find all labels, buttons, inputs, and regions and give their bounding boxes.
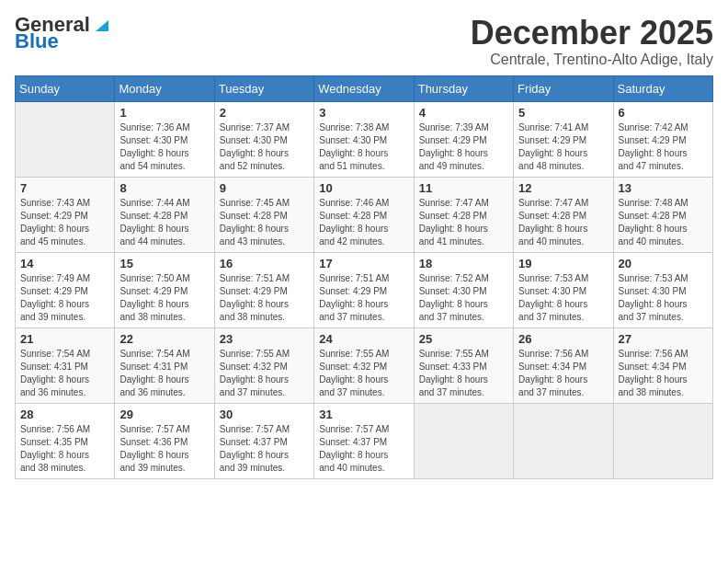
title-area: December 2025 Centrale, Trentino-Alto Ad… [471,15,713,68]
calendar-week-row: 1Sunrise: 7:36 AM Sunset: 4:30 PM Daylig… [16,101,713,177]
calendar-week-row: 21Sunrise: 7:54 AM Sunset: 4:31 PM Dayli… [16,327,713,403]
day-info: Sunrise: 7:37 AM Sunset: 4:30 PM Dayligh… [220,121,309,173]
day-number: 20 [619,257,708,270]
calendar-cell: 24Sunrise: 7:55 AM Sunset: 4:32 PM Dayli… [314,327,414,403]
day-number: 4 [419,106,508,120]
calendar-cell: 6Sunrise: 7:42 AM Sunset: 4:29 PM Daylig… [613,101,712,177]
day-info: Sunrise: 7:55 AM Sunset: 4:32 PM Dayligh… [319,348,408,399]
day-info: Sunrise: 7:57 AM Sunset: 4:36 PM Dayligh… [119,423,209,475]
calendar-cell: 17Sunrise: 7:51 AM Sunset: 4:29 PM Dayli… [314,252,414,327]
calendar-cell [16,101,115,177]
day-number: 12 [518,181,608,195]
day-number: 29 [119,408,209,421]
day-number: 30 [220,408,309,421]
day-info: Sunrise: 7:57 AM Sunset: 4:37 PM Dayligh… [319,423,408,475]
day-info: Sunrise: 7:54 AM Sunset: 4:31 PM Dayligh… [20,348,109,399]
calendar-cell: 10Sunrise: 7:46 AM Sunset: 4:28 PM Dayli… [314,177,414,252]
calendar-cell: 27Sunrise: 7:56 AM Sunset: 4:34 PM Dayli… [613,327,712,403]
day-info: Sunrise: 7:39 AM Sunset: 4:29 PM Dayligh… [419,121,508,173]
day-number: 14 [20,257,109,270]
day-number: 17 [319,257,408,270]
weekday-header-row: SundayMondayTuesdayWednesdayThursdayFrid… [16,75,713,101]
calendar-cell: 7Sunrise: 7:43 AM Sunset: 4:29 PM Daylig… [16,177,115,252]
day-number: 26 [518,332,608,346]
day-info: Sunrise: 7:54 AM Sunset: 4:31 PM Dayligh… [119,348,209,399]
weekday-header-wednesday: Wednesday [314,75,414,101]
day-info: Sunrise: 7:53 AM Sunset: 4:30 PM Dayligh… [619,272,708,324]
day-number: 7 [20,181,109,195]
day-info: Sunrise: 7:56 AM Sunset: 4:35 PM Dayligh… [20,423,109,475]
day-info: Sunrise: 7:44 AM Sunset: 4:28 PM Dayligh… [119,197,209,248]
calendar-week-row: 7Sunrise: 7:43 AM Sunset: 4:29 PM Daylig… [16,177,713,252]
calendar-cell: 3Sunrise: 7:38 AM Sunset: 4:30 PM Daylig… [314,101,414,177]
calendar-cell: 12Sunrise: 7:47 AM Sunset: 4:28 PM Dayli… [514,177,613,252]
calendar-cell: 2Sunrise: 7:37 AM Sunset: 4:30 PM Daylig… [214,101,313,177]
calendar-cell: 21Sunrise: 7:54 AM Sunset: 4:31 PM Dayli… [16,327,115,403]
day-info: Sunrise: 7:56 AM Sunset: 4:34 PM Dayligh… [619,348,708,399]
header: General Blue December 2025 Centrale, Tre… [15,15,713,68]
day-number: 15 [119,257,209,270]
calendar-cell: 30Sunrise: 7:57 AM Sunset: 4:37 PM Dayli… [214,403,313,478]
day-info: Sunrise: 7:50 AM Sunset: 4:29 PM Dayligh… [119,272,209,324]
day-number: 11 [419,181,508,195]
calendar-cell: 13Sunrise: 7:48 AM Sunset: 4:28 PM Dayli… [613,177,712,252]
calendar-week-row: 14Sunrise: 7:49 AM Sunset: 4:29 PM Dayli… [16,252,713,327]
day-info: Sunrise: 7:47 AM Sunset: 4:28 PM Dayligh… [518,197,608,248]
weekday-header-saturday: Saturday [613,75,712,101]
day-number: 13 [619,181,708,195]
day-info: Sunrise: 7:38 AM Sunset: 4:30 PM Dayligh… [319,121,408,173]
calendar-cell: 9Sunrise: 7:45 AM Sunset: 4:28 PM Daylig… [214,177,313,252]
day-number: 25 [419,332,508,346]
day-info: Sunrise: 7:36 AM Sunset: 4:30 PM Dayligh… [119,121,209,173]
svg-marker-0 [96,20,108,31]
logo-triangle-icon [92,17,108,33]
calendar-cell: 4Sunrise: 7:39 AM Sunset: 4:29 PM Daylig… [414,101,513,177]
calendar-cell: 22Sunrise: 7:54 AM Sunset: 4:31 PM Dayli… [115,327,214,403]
day-number: 27 [619,332,708,346]
day-info: Sunrise: 7:55 AM Sunset: 4:33 PM Dayligh… [419,348,508,399]
day-number: 31 [319,408,408,421]
calendar-cell [414,403,513,478]
weekday-header-monday: Monday [115,75,214,101]
day-number: 1 [119,106,209,120]
day-number: 5 [518,106,608,120]
calendar-week-row: 28Sunrise: 7:56 AM Sunset: 4:35 PM Dayli… [16,403,713,478]
day-info: Sunrise: 7:45 AM Sunset: 4:28 PM Dayligh… [220,197,309,248]
calendar-cell: 20Sunrise: 7:53 AM Sunset: 4:30 PM Dayli… [613,252,712,327]
calendar-cell: 16Sunrise: 7:51 AM Sunset: 4:29 PM Dayli… [214,252,313,327]
weekday-header-sunday: Sunday [16,75,115,101]
day-number: 10 [319,181,408,195]
day-info: Sunrise: 7:51 AM Sunset: 4:29 PM Dayligh… [220,272,309,324]
calendar-cell: 25Sunrise: 7:55 AM Sunset: 4:33 PM Dayli… [414,327,513,403]
calendar-cell: 29Sunrise: 7:57 AM Sunset: 4:36 PM Dayli… [115,403,214,478]
calendar-cell: 23Sunrise: 7:55 AM Sunset: 4:32 PM Dayli… [214,327,313,403]
weekday-header-tuesday: Tuesday [214,75,313,101]
calendar-cell: 31Sunrise: 7:57 AM Sunset: 4:37 PM Dayli… [314,403,414,478]
day-info: Sunrise: 7:48 AM Sunset: 4:28 PM Dayligh… [619,197,708,248]
day-number: 3 [319,106,408,120]
calendar-cell: 26Sunrise: 7:56 AM Sunset: 4:34 PM Dayli… [514,327,613,403]
day-info: Sunrise: 7:43 AM Sunset: 4:29 PM Dayligh… [20,197,109,248]
day-info: Sunrise: 7:56 AM Sunset: 4:34 PM Dayligh… [518,348,608,399]
day-number: 24 [319,332,408,346]
day-info: Sunrise: 7:41 AM Sunset: 4:29 PM Dayligh… [518,121,608,173]
day-number: 16 [220,257,309,270]
calendar-table: SundayMondayTuesdayWednesdayThursdayFrid… [15,75,713,479]
day-info: Sunrise: 7:47 AM Sunset: 4:28 PM Dayligh… [419,197,508,248]
calendar-cell [613,403,712,478]
calendar-cell: 18Sunrise: 7:52 AM Sunset: 4:30 PM Dayli… [414,252,513,327]
day-number: 19 [518,257,608,270]
day-info: Sunrise: 7:55 AM Sunset: 4:32 PM Dayligh… [220,348,309,399]
day-info: Sunrise: 7:52 AM Sunset: 4:30 PM Dayligh… [419,272,508,324]
calendar-cell: 1Sunrise: 7:36 AM Sunset: 4:30 PM Daylig… [115,101,214,177]
day-number: 18 [419,257,508,270]
logo-text-line2: Blue [15,31,59,52]
calendar-cell: 8Sunrise: 7:44 AM Sunset: 4:28 PM Daylig… [115,177,214,252]
calendar-cell [514,403,613,478]
day-number: 28 [20,408,109,421]
calendar-cell: 5Sunrise: 7:41 AM Sunset: 4:29 PM Daylig… [514,101,613,177]
weekday-header-thursday: Thursday [414,75,513,101]
day-info: Sunrise: 7:46 AM Sunset: 4:28 PM Dayligh… [319,197,408,248]
day-number: 8 [119,181,209,195]
day-info: Sunrise: 7:51 AM Sunset: 4:29 PM Dayligh… [319,272,408,324]
